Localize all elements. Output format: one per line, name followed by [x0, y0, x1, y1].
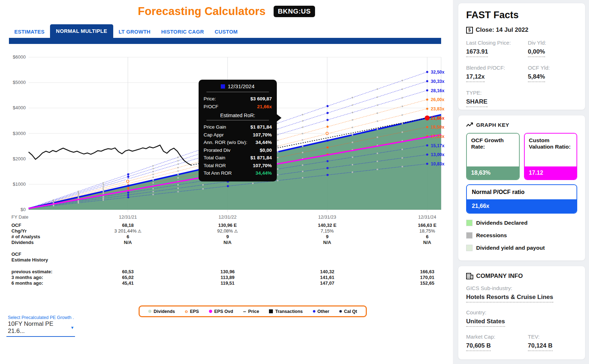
field-label: TYPE: — [466, 89, 528, 96]
svg-text:$4000: $4000 — [13, 105, 26, 110]
field-value[interactable]: Hotels Resorts & Cruise Lines — [466, 294, 553, 303]
table-cell: 140,32 — [320, 269, 334, 274]
pe-growth-select[interactable]: Select Precalculated PE Growth ... 10FY … — [6, 314, 75, 337]
tooltip-value: 21,66x — [257, 103, 272, 111]
cap-grid: Market Cap: 70,605 B TEV: 70,124 B — [466, 333, 577, 351]
table-cell: 141,61 — [320, 275, 334, 280]
table-row: 6 months ago: 45,41 119,51 147,07 152,65 — [7, 280, 452, 286]
tooltip-value: $0,00 — [260, 146, 272, 154]
row-label: previous estimate: — [11, 269, 53, 274]
tab-lt-growth[interactable]: LT GROWTH — [113, 26, 156, 38]
tooltip-label: Total Gain — [204, 154, 225, 162]
row-label: OCF — [11, 223, 21, 228]
div-yld-field: Div Yld: 0,00% — [528, 39, 577, 57]
blue-square-icon — [221, 84, 225, 89]
legend-label: Other — [318, 309, 329, 314]
svg-text:26,00x: 26,00x — [431, 97, 444, 102]
row-label: FY Date — [11, 214, 28, 220]
field-label: Last Closing Price: — [466, 39, 528, 46]
field-label: OCF Yld: — [528, 64, 577, 71]
table-cell: 166,63 E — [418, 223, 436, 228]
table-cell: N/A — [224, 240, 231, 245]
table-cell: 130,96 — [220, 269, 235, 274]
svg-text:$1000: $1000 — [13, 181, 26, 187]
page: Forecasting Calculators BKNG:US ESTIMATE… — [0, 0, 589, 364]
field-value[interactable]: 17,12x — [466, 73, 485, 82]
tooltip-row: Prorated Div $0,00 — [204, 146, 272, 154]
company-info-title: COMPANY INFO — [476, 273, 523, 280]
swatch-label: Dividends Declared — [476, 220, 528, 226]
table-cell: 9 — [326, 234, 328, 239]
field-label: Blended P/OCF: — [466, 64, 528, 71]
legend-label: EPS — [190, 309, 199, 314]
chevron-down-icon: ▼ — [70, 325, 74, 330]
legend-item-other[interactable]: Other — [308, 309, 334, 314]
field-value[interactable]: 1673.91 — [466, 48, 488, 57]
table-cell: 12/31/22 — [219, 214, 237, 220]
row-label: Dividends — [11, 240, 34, 245]
table-row: Estimate History — [7, 257, 452, 263]
tooltip-label: Price Gain — [204, 123, 226, 131]
legend-item-cal-qt[interactable]: Cal Qt — [334, 309, 362, 314]
select-value-row[interactable]: 10FY Normal PE 21.6... ▼ — [8, 320, 74, 335]
table-cell: 68,18 — [122, 223, 134, 228]
green-swatch-icon — [466, 220, 473, 226]
tooltip-section-title: Estimated RoR: — [204, 113, 272, 118]
tooltip-row: Ann. ROR (w/o Div): 34,44% — [204, 139, 272, 146]
field-value[interactable]: United States — [466, 318, 505, 327]
ocf-growth-card: OCF Growth Rate: 18,63% — [466, 133, 520, 180]
field-value[interactable]: 0,00% — [528, 48, 545, 57]
table-cell: 12/31/23 — [318, 214, 336, 220]
table-cell: 119,51 — [220, 280, 234, 286]
row-label: 6 months ago: — [11, 280, 43, 286]
graph-key-title: GRAPH KEY — [476, 122, 509, 128]
graph-key-header: GRAPH KEY — [466, 122, 577, 128]
tooltip-value: $3 609,87 — [250, 95, 272, 103]
warning-icon: ⚠ — [138, 229, 141, 234]
fast-facts-title: FAST Facts — [466, 10, 577, 21]
table-cell: 45,41 — [122, 280, 134, 286]
table-cell: 6 — [126, 234, 129, 239]
cell-text: 3 201,44% — [114, 228, 136, 234]
other-dot-icon — [313, 310, 315, 313]
fast-facts-card: FAST Facts $ Close: 14 Jul 2022 Last Clo… — [458, 3, 585, 110]
tooltip-date: 12/31/2024 — [228, 83, 254, 89]
tooltip-row: Tot Ann ROR 34,44% — [204, 169, 272, 177]
tooltip-label: Ann. ROR (w/o Div): — [204, 139, 247, 146]
legend-item-dividends[interactable]: Dividends — [143, 309, 180, 314]
table-cell: 18,75% — [419, 228, 435, 234]
right-sidebar: FAST Facts $ Close: 14 Jul 2022 Last Clo… — [453, 0, 589, 364]
table-cell: 60,53 — [122, 269, 134, 274]
selected-option: 10FY Normal PE 21.6... — [8, 320, 69, 335]
svg-text:23,83x: 23,83x — [431, 106, 444, 111]
company-info-card: COMPANY INFO GICS Sub-industry: Hotels R… — [458, 266, 585, 360]
tab-normal-multiple[interactable]: NORMAL MULTIPLE — [50, 24, 113, 38]
table-cell: 152,65 — [420, 280, 434, 286]
field-value[interactable]: SHARE — [466, 98, 488, 107]
select-label: Select Precalculated PE Growth ... — [8, 315, 74, 320]
row-label: # of Analysts — [11, 234, 40, 239]
table-cell: N/A — [323, 240, 331, 245]
tab-historic-cagr[interactable]: HISTORIC CAGR — [156, 26, 209, 38]
table-cell: 65,02 — [122, 275, 134, 280]
tev-field: TEV: 70,124 B — [528, 333, 577, 351]
svg-text:$5000: $5000 — [13, 80, 26, 85]
legend-item-eps[interactable]: o EPS — [180, 309, 204, 314]
estimates-table: FY Date 12/31/21 12/31/22 12/31/23 12/31… — [7, 214, 452, 288]
legend-item-eps-ovd[interactable]: EPS Ovd — [204, 309, 238, 314]
tab-custom[interactable]: CUSTOM — [209, 26, 243, 38]
tooltip-row: Price Gain $1 871,84 — [204, 123, 272, 131]
legend-label: Cal Qt — [344, 309, 357, 314]
card-label: Normal P/OCF ratio — [467, 185, 576, 199]
field-value[interactable]: 5,84% — [528, 73, 545, 82]
field-value[interactable]: 70,605 B — [466, 342, 491, 351]
tooltip-label: Total ROR — [204, 162, 226, 170]
field-value[interactable]: 70,124 B — [528, 342, 553, 351]
legend-item-price[interactable]: – Price — [238, 309, 264, 314]
swatch-label: Dividend yield and payout — [476, 245, 545, 251]
tab-estimates[interactable]: ESTIMATES — [9, 26, 50, 38]
table-row: OCF — [7, 251, 452, 257]
svg-text:28,16x: 28,16x — [431, 88, 444, 93]
legend-item-transactions[interactable]: Transactions — [264, 309, 308, 314]
page-title: Forecasting Calculators — [138, 5, 266, 18]
